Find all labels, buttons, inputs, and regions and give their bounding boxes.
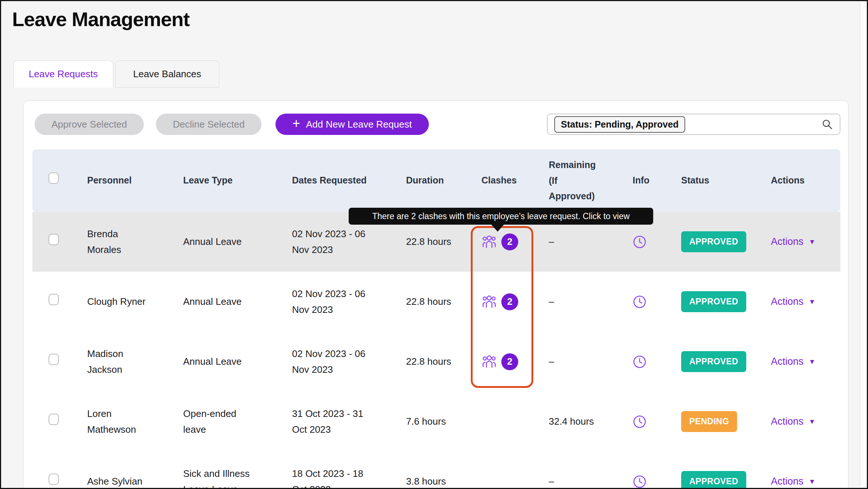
status-badge: APPROVED [681,291,746,313]
actions-dropdown[interactable]: Actions ▼ [767,293,840,310]
clock-info-icon[interactable] [633,235,677,249]
clash-people-icon[interactable] [481,295,497,308]
table-row: Ashe Sylvian Sick and Illness Leave Leav… [32,451,840,489]
clash-count-badge[interactable]: 2 [501,353,518,370]
status-badge: PENDING [681,411,737,432]
duration: 3.8 hours [402,474,478,489]
dates-requested: 18 Oct 2023 - 18 Oct 2023 [292,466,380,489]
personnel-name: Loren Mathewson [87,406,152,438]
actions-dropdown[interactable]: Actions ▼ [767,473,840,489]
row-checkbox[interactable] [49,354,59,365]
status-filter-chip[interactable]: Status: Pending, Approved [554,116,685,133]
table-row: Loren Mathewson Open-ended leave 31 Oct … [32,392,840,451]
chevron-down-icon: ▼ [809,416,816,427]
duration: 22.8 hours [402,294,478,310]
table-header-row: Personnel Leave Type Dates Requested Dur… [32,149,840,212]
leave-type: Annual Leave [183,294,242,310]
page-title: Leave Management [12,8,189,31]
dates-requested: 02 Nov 2023 - 06 Nov 2023 [292,226,380,258]
decline-selected-button[interactable]: Decline Selected [156,114,262,135]
leave-type: Open-ended leave [183,406,259,438]
vertical-scrollbar[interactable] [860,2,866,487]
clash-count-badge[interactable]: 2 [501,233,518,250]
row-checkbox[interactable] [49,234,59,245]
personnel-name: Ashe Sylvian [87,474,142,489]
row-checkbox[interactable] [49,414,59,425]
leave-type: Annual Leave [183,234,242,250]
status-badge: APPROVED [681,471,746,489]
leave-type: Sick and Illness Leave Leave [183,466,259,489]
duration: 7.6 hours [402,414,478,429]
duration: 22.8 hours [402,354,478,370]
clash-tooltip: There are 2 clashes with this employee’s… [349,208,653,225]
header-leave-type: Leave Type [179,173,288,188]
actions-dropdown[interactable]: Actions ▼ [767,233,840,250]
remaining-value: 32.4 hours [545,414,629,429]
actions-dropdown[interactable]: Actions ▼ [767,353,840,370]
clash-people-icon[interactable] [481,235,497,249]
dates-requested: 31 Oct 2023 - 31 Oct 2023 [292,406,380,438]
search-icon[interactable] [821,118,833,130]
row-checkbox[interactable] [49,474,59,485]
table-row: Madison Jackson Annual Leave 02 Nov 2023… [32,332,840,392]
dates-requested: 02 Nov 2023 - 06 Nov 2023 [292,346,380,378]
header-remaining: Remaining (If Approved) [549,157,600,204]
header-info: Info [629,173,677,188]
approve-selected-button[interactable]: Approve Selected [35,114,144,135]
app-window: Leave Management Leave Requests Leave Ba… [0,0,868,489]
chevron-down-icon: ▼ [809,236,816,247]
table-row: Clough Ryner Annual Leave 02 Nov 2023 - … [32,272,840,332]
status-badge: APPROVED [681,351,746,372]
chevron-down-icon: ▼ [809,476,816,487]
clock-info-icon[interactable] [633,295,677,309]
header-clashes: Clashes [478,173,545,188]
leave-type: Annual Leave [183,354,242,370]
add-new-leave-request-button[interactable]: + Add New Leave Request [275,114,429,135]
header-dates-requested: Dates Requested [288,173,402,188]
clock-info-icon[interactable] [633,355,677,369]
chevron-down-icon: ▼ [809,356,816,367]
remaining-value: – [545,474,629,489]
select-all-checkbox[interactable] [49,172,59,184]
dates-requested: 02 Nov 2023 - 06 Nov 2023 [292,286,380,318]
header-personnel: Personnel [83,173,179,188]
header-actions: Actions [767,173,840,188]
remaining-value: – [545,234,629,250]
leave-requests-panel: Approve Selected Decline Selected + Add … [23,100,849,489]
header-status: Status [677,173,767,188]
actions-dropdown[interactable]: Actions ▼ [767,413,840,430]
row-checkbox[interactable] [49,294,59,305]
status-badge: APPROVED [681,231,746,253]
clash-people-icon[interactable] [481,355,497,368]
personnel-name: Madison Jackson [87,346,152,378]
header-duration: Duration [402,173,478,188]
plus-icon: + [292,117,300,130]
personnel-name: Brenda Morales [87,226,152,258]
clock-info-icon[interactable] [633,475,677,489]
remaining-value: – [545,354,629,370]
leave-requests-table: Personnel Leave Type Dates Requested Dur… [32,149,840,489]
search-filter-input[interactable]: Status: Pending, Approved [547,114,840,135]
chevron-down-icon: ▼ [809,296,816,307]
remaining-value: – [545,294,629,310]
tab-leave-balances[interactable]: Leave Balances [115,60,219,88]
duration: 22.8 hours [402,234,478,250]
clash-count-badge[interactable]: 2 [501,293,518,310]
personnel-name: Clough Ryner [87,294,146,310]
clock-info-icon[interactable] [633,415,677,429]
tab-leave-requests[interactable]: Leave Requests [13,60,113,88]
